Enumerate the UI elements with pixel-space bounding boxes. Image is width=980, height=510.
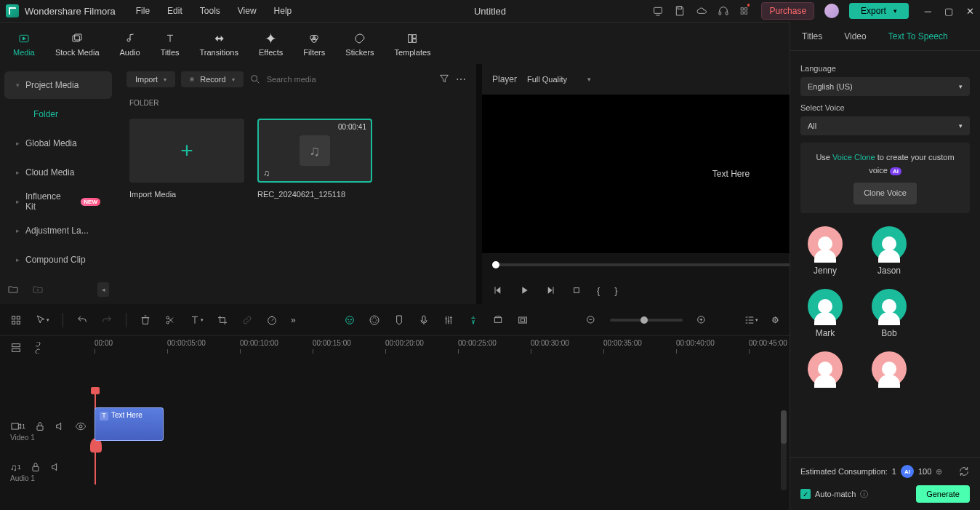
- audio-mixer-tool[interactable]: [443, 314, 454, 326]
- redo-button[interactable]: [101, 314, 113, 326]
- sidebar-item-adjustment-layer[interactable]: ▸Adjustment La...: [4, 217, 112, 244]
- record-dropdown[interactable]: Record▾: [181, 71, 243, 87]
- tab-video-props[interactable]: Video: [844, 31, 866, 41]
- generate-button[interactable]: Generate: [916, 485, 970, 503]
- track-visible-icon[interactable]: [75, 421, 87, 432]
- timeline-settings-icon[interactable]: ⚙: [771, 315, 779, 325]
- menu-view[interactable]: View: [238, 6, 257, 16]
- new-bin-icon[interactable]: [32, 284, 44, 295]
- voice-option[interactable]: [872, 351, 907, 391]
- marker-tool[interactable]: [393, 314, 405, 326]
- automatch-checkbox[interactable]: ✓: [800, 489, 811, 499]
- voice-jason[interactable]: Jason: [872, 226, 907, 276]
- text-tool[interactable]: ▾: [189, 314, 204, 326]
- sidebar-item-cloud-media[interactable]: ▸Cloud Media: [4, 159, 112, 186]
- clone-voice-button[interactable]: Clone Voice: [854, 183, 917, 204]
- sidebar-item-influence-kit[interactable]: ▸Influence KitNEW: [4, 188, 112, 215]
- tab-titles-props[interactable]: Titles: [802, 31, 822, 41]
- refresh-icon[interactable]: [958, 466, 970, 477]
- menu-help[interactable]: Help: [274, 6, 292, 16]
- import-media-tile[interactable]: + Import Media: [129, 119, 244, 199]
- timeline-ruler[interactable]: 00:00 00:00:05:00 00:00:10:00 00:00:15:0…: [95, 336, 790, 359]
- tab-stock-media[interactable]: Stock Media: [55, 31, 100, 57]
- speed-tool[interactable]: [266, 314, 278, 326]
- tab-audio[interactable]: Audio: [120, 31, 140, 57]
- save-icon[interactable]: [674, 5, 686, 17]
- timeline-view-dropdown[interactable]: ▾: [744, 314, 758, 326]
- tab-titles[interactable]: Titles: [161, 31, 180, 57]
- voice-mark[interactable]: Mark: [808, 289, 843, 338]
- sidebar-item-compound-clip[interactable]: ▸Compound Clip: [4, 246, 112, 274]
- minimize-button[interactable]: ─: [925, 6, 931, 17]
- delete-button[interactable]: [140, 314, 151, 326]
- maximize-button[interactable]: ▢: [944, 6, 953, 17]
- zoom-out-button[interactable]: [585, 314, 597, 326]
- menu-file[interactable]: File: [136, 6, 150, 16]
- tab-templates[interactable]: Templates: [394, 31, 430, 57]
- user-avatar[interactable]: [824, 4, 839, 18]
- track-manager-icon[interactable]: [10, 342, 22, 354]
- track-video-icon[interactable]: 1: [10, 421, 25, 432]
- link-tool[interactable]: [241, 314, 253, 326]
- voiceover-tool[interactable]: [418, 314, 430, 326]
- play-button[interactable]: [518, 284, 530, 296]
- track-mute-icon[interactable]: [55, 421, 66, 432]
- info-icon[interactable]: ⓘ: [860, 489, 868, 500]
- new-folder-icon[interactable]: [7, 284, 19, 295]
- tab-media[interactable]: Media: [13, 31, 35, 57]
- track-lock-icon[interactable]: [30, 461, 41, 473]
- track-audio-icon[interactable]: ♫1: [10, 462, 21, 473]
- render-tool[interactable]: [492, 314, 504, 326]
- search-input[interactable]: [267, 75, 433, 84]
- ai-tool[interactable]: [344, 314, 356, 326]
- zoom-slider[interactable]: [610, 319, 683, 322]
- split-button[interactable]: [164, 314, 176, 326]
- quality-dropdown[interactable]: Full Quality▾: [527, 75, 591, 84]
- prev-frame-button[interactable]: [492, 284, 504, 296]
- undo-button[interactable]: [76, 314, 88, 326]
- purchase-button[interactable]: Purchase: [761, 2, 814, 20]
- close-button[interactable]: ✕: [966, 6, 974, 17]
- import-dropdown[interactable]: Import▾: [126, 71, 175, 87]
- zoom-knob[interactable]: [640, 316, 648, 324]
- stop-button[interactable]: [571, 284, 582, 296]
- title-clip[interactable]: TText Here: [95, 407, 164, 441]
- auto-ripple-icon[interactable]: [32, 342, 44, 354]
- tab-effects[interactable]: ✦Effects: [259, 31, 283, 57]
- voice-option[interactable]: [808, 351, 843, 391]
- menu-tools[interactable]: Tools: [200, 6, 220, 16]
- add-credits-button[interactable]: ⊕: [936, 467, 942, 477]
- device-icon[interactable]: [652, 5, 664, 17]
- menu-edit[interactable]: Edit: [167, 6, 182, 16]
- cursor-tool[interactable]: ▾: [35, 314, 49, 326]
- sidebar-item-project-media[interactable]: ▾Project Media: [4, 71, 112, 99]
- collapse-sidebar-button[interactable]: ◂: [97, 282, 109, 297]
- media-clip-tile[interactable]: 00:00:41 ♫ ♫ REC_20240621_125118: [257, 119, 372, 199]
- cloud-icon[interactable]: [696, 5, 707, 17]
- sidebar-item-global-media[interactable]: ▸Global Media: [4, 130, 112, 157]
- track-mute-icon[interactable]: [50, 461, 62, 473]
- more-icon[interactable]: ⋯: [456, 73, 466, 85]
- color-tool[interactable]: [369, 314, 380, 326]
- voice-bob[interactable]: Bob: [872, 289, 907, 338]
- timeline-options-icon[interactable]: [10, 314, 22, 326]
- more-tools[interactable]: »: [291, 315, 296, 325]
- keyframe-tool[interactable]: [467, 314, 479, 326]
- track-lock-icon[interactable]: [34, 421, 46, 432]
- voice-filter-dropdown[interactable]: All▾: [800, 116, 970, 135]
- apps-icon[interactable]: [739, 5, 751, 17]
- mark-out-button[interactable]: }: [614, 285, 617, 296]
- tab-stickers[interactable]: Stickers: [345, 31, 374, 57]
- mark-in-button[interactable]: {: [597, 285, 600, 296]
- next-frame-button[interactable]: [545, 284, 556, 296]
- zoom-in-button[interactable]: [696, 314, 707, 326]
- crop-tool[interactable]: [217, 314, 228, 326]
- voice-clone-link[interactable]: Voice Clone: [832, 153, 875, 162]
- tab-transitions[interactable]: Transitions: [200, 31, 238, 57]
- language-dropdown[interactable]: English (US)▾: [800, 77, 970, 96]
- mask-tool[interactable]: [517, 314, 529, 326]
- scrub-head[interactable]: [492, 261, 499, 268]
- tab-filters[interactable]: Filters: [303, 31, 325, 57]
- headphones-icon[interactable]: [718, 5, 729, 17]
- voice-jenny[interactable]: Jenny: [808, 226, 843, 276]
